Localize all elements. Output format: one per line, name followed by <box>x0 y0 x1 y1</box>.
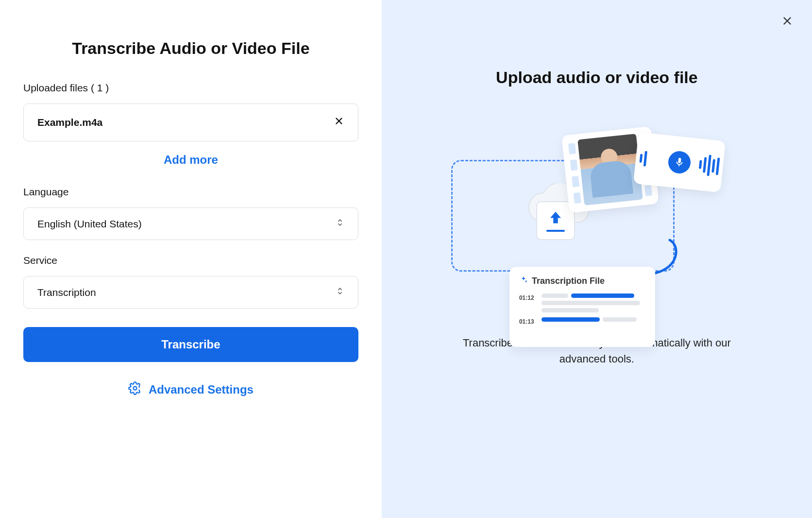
language-select[interactable]: English (United States) <box>23 207 358 240</box>
chevron-updown-icon <box>336 286 344 298</box>
service-value: Transcription <box>37 287 96 298</box>
sparkle-icon <box>519 276 528 287</box>
svg-point-0 <box>133 387 136 390</box>
remove-file-icon[interactable] <box>334 116 344 129</box>
service-label: Service <box>23 255 358 266</box>
transcription-file-card: Transcription File 01:12 01:13 <box>509 267 655 347</box>
right-panel: Upload audio or video file <box>382 0 812 518</box>
gear-icon <box>128 381 142 398</box>
microphone-icon <box>667 150 692 175</box>
uploaded-file-name: Example.m4a <box>37 117 102 128</box>
uploaded-files-label: Uploaded files ( 1 ) <box>23 82 358 94</box>
service-select[interactable]: Transcription <box>23 276 358 309</box>
advanced-settings-link[interactable]: Advanced Settings <box>23 381 358 398</box>
audio-waveform-card <box>633 132 726 192</box>
close-button[interactable] <box>781 15 794 31</box>
right-panel-title: Upload audio or video file <box>496 68 698 87</box>
left-panel: Transcribe Audio or Video File Uploaded … <box>0 0 382 518</box>
chevron-updown-icon <box>336 218 344 230</box>
advanced-settings-label: Advanced Settings <box>149 383 254 397</box>
language-value: English (United States) <box>37 218 142 230</box>
add-more-link[interactable]: Add more <box>23 153 358 167</box>
page-title: Transcribe Audio or Video File <box>23 39 358 58</box>
transcription-time: 01:12 <box>519 294 536 301</box>
language-label: Language <box>23 186 358 198</box>
uploaded-file-item: Example.m4a <box>23 104 358 141</box>
transcription-time: 01:13 <box>519 317 536 325</box>
transcribe-button[interactable]: Transcribe <box>23 327 358 362</box>
transcription-card-title: Transcription File <box>532 276 605 286</box>
video-thumbnail <box>577 134 643 206</box>
upload-illustration: Transcription File 01:12 01:13 <box>446 121 747 306</box>
